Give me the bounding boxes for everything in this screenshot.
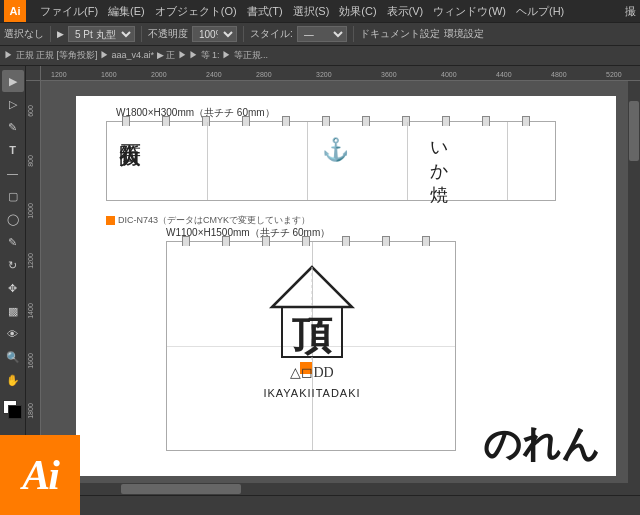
svg-text:△◻DD: △◻DD bbox=[290, 365, 333, 380]
canvas-area[interactable]: 1200 1600 2000 2400 2800 3200 3600 4000 … bbox=[26, 66, 640, 495]
noren2-clip-3 bbox=[262, 236, 270, 246]
select-tool[interactable]: ▶ bbox=[2, 70, 24, 92]
clip-11 bbox=[522, 116, 530, 126]
secondary-toolbar: ▶ 正規 正規 [等角投影] ▶ aaa_v4.ai* ▶ 正 ▶ ▶ 等 1:… bbox=[0, 46, 640, 66]
pen-tool[interactable]: ✎ bbox=[2, 116, 24, 138]
noren2-logo: 頂 △◻DD IKAYAKIITADAKI bbox=[232, 257, 392, 417]
horizontal-scrollbar[interactable] bbox=[41, 483, 628, 495]
gradient-tool[interactable]: ▩ bbox=[2, 300, 24, 322]
menu-bar: Ai ファイル(F) 編集(E) オブジェクト(O) 書式(T) 選択(S) 効… bbox=[0, 0, 640, 22]
ruler-corner bbox=[26, 66, 41, 81]
doc-settings-btn[interactable]: ドキュメント設定 bbox=[360, 27, 440, 41]
svg-text:1600: 1600 bbox=[101, 71, 117, 78]
clip-7 bbox=[362, 116, 370, 126]
clip-1 bbox=[122, 116, 130, 126]
style-label: スタイル: bbox=[250, 27, 293, 41]
line-tool[interactable]: ― bbox=[2, 162, 24, 184]
svg-text:4000: 4000 bbox=[441, 71, 457, 78]
style-select[interactable]: — bbox=[297, 26, 347, 42]
clip-4 bbox=[242, 116, 250, 126]
noren1-text-2: いか焼 bbox=[427, 130, 451, 172]
brush-tool[interactable]: ✎ bbox=[2, 231, 24, 253]
svg-text:1800: 1800 bbox=[27, 403, 34, 419]
eyedropper-tool[interactable]: 👁 bbox=[2, 323, 24, 345]
menu-window[interactable]: ウィンドウ(W) bbox=[433, 4, 506, 19]
svg-text:4400: 4400 bbox=[496, 71, 512, 78]
horizontal-ruler: 1200 1600 2000 2400 2800 3200 3600 4000 … bbox=[41, 66, 640, 81]
menu-view[interactable]: 表示(V) bbox=[387, 4, 424, 19]
shape-label: ▶ bbox=[57, 29, 64, 39]
opacity-select[interactable]: 100% bbox=[192, 26, 237, 42]
panel-div-2 bbox=[307, 122, 308, 200]
svg-text:600: 600 bbox=[27, 105, 34, 117]
svg-text:1000: 1000 bbox=[27, 203, 34, 219]
vertical-scrollbar[interactable] bbox=[628, 81, 640, 495]
hand-tool[interactable]: ✋ bbox=[2, 369, 24, 391]
ai-logo: Ai bbox=[0, 435, 80, 515]
fill-color[interactable] bbox=[3, 400, 23, 420]
clip-10 bbox=[482, 116, 490, 126]
svg-text:3200: 3200 bbox=[316, 71, 332, 78]
noren1-crest: ⚓ bbox=[322, 137, 349, 163]
noren2-clip-4 bbox=[302, 236, 310, 246]
toolbar-sep-2 bbox=[141, 26, 142, 42]
svg-text:1400: 1400 bbox=[27, 303, 34, 319]
noren2-clip-1 bbox=[182, 236, 190, 246]
toolbar-sep-3 bbox=[243, 26, 244, 42]
menu-object[interactable]: オブジェクト(O) bbox=[155, 4, 237, 19]
noren-label: のれん bbox=[483, 419, 600, 470]
svg-text:4800: 4800 bbox=[551, 71, 567, 78]
menu-edit[interactable]: 編集(E) bbox=[108, 4, 145, 19]
menu-effect[interactable]: 効果(C) bbox=[339, 4, 376, 19]
ai-logo-text: Ai bbox=[22, 451, 58, 499]
menu-type[interactable]: 書式(T) bbox=[247, 4, 283, 19]
noren1-container: 大阪石符 ⚓ いか焼 bbox=[106, 121, 556, 201]
svg-rect-12 bbox=[26, 81, 41, 495]
clip-5 bbox=[282, 116, 290, 126]
noren2-clip-6 bbox=[382, 236, 390, 246]
rotate-tool[interactable]: ↻ bbox=[2, 254, 24, 276]
type-tool[interactable]: T bbox=[2, 139, 24, 161]
svg-text:3600: 3600 bbox=[381, 71, 397, 78]
status-bar: 手のひら bbox=[0, 495, 640, 515]
menu-select[interactable]: 選択(S) bbox=[293, 4, 330, 19]
ellipse-tool[interactable]: ◯ bbox=[2, 208, 24, 230]
rect-tool[interactable]: ▢ bbox=[2, 185, 24, 207]
svg-text:5200: 5200 bbox=[606, 71, 622, 78]
artboard: W1800×H300mm（共チチ 60mm） bbox=[46, 86, 630, 485]
svg-text:1200: 1200 bbox=[27, 253, 34, 269]
main-toolbar: 選択なし ▶ 5 Pt 丸型 不透明度 100% スタイル: — ドキュメント設… bbox=[0, 22, 640, 46]
svg-text:IKAYAKIITADAKI: IKAYAKIITADAKI bbox=[263, 387, 360, 399]
main-area: ▶ ▷ ✎ T ― ▢ ◯ ✎ ↻ ✥ ▩ 👁 🔍 ✋ 1200 1600 20… bbox=[0, 66, 640, 495]
svg-text:800: 800 bbox=[27, 155, 34, 167]
scale-tool[interactable]: ✥ bbox=[2, 277, 24, 299]
clip-2 bbox=[162, 116, 170, 126]
warning-icon bbox=[106, 216, 115, 225]
ai-logo-small: Ai bbox=[4, 0, 26, 22]
opacity-label: 不透明度 bbox=[148, 27, 188, 41]
direct-select-tool[interactable]: ▷ bbox=[2, 93, 24, 115]
clip-9 bbox=[442, 116, 450, 126]
shape-select[interactable]: 5 Pt 丸型 bbox=[68, 26, 135, 42]
toolbar-sep-4 bbox=[353, 26, 354, 42]
svg-text:2400: 2400 bbox=[206, 71, 222, 78]
clip-8 bbox=[402, 116, 410, 126]
svg-text:頂: 頂 bbox=[292, 313, 333, 358]
clip-6 bbox=[322, 116, 330, 126]
svg-text:1600: 1600 bbox=[27, 353, 34, 369]
zoom-tool[interactable]: 🔍 bbox=[2, 346, 24, 368]
file-path: ▶ 正規 正規 [等角投影] ▶ aaa_v4.ai* ▶ 正 ▶ ▶ 等 1:… bbox=[4, 49, 268, 62]
noren2-clip-5 bbox=[342, 236, 350, 246]
panel-div-4 bbox=[507, 122, 508, 200]
noren2-clip-7 bbox=[422, 236, 430, 246]
menu-help[interactable]: ヘルプ(H) bbox=[516, 4, 564, 19]
svg-text:2800: 2800 bbox=[256, 71, 272, 78]
vertical-scrollbar-thumb[interactable] bbox=[629, 101, 639, 161]
menu-file[interactable]: ファイル(F) bbox=[40, 4, 98, 19]
horizontal-scrollbar-thumb[interactable] bbox=[121, 484, 241, 494]
svg-text:1200: 1200 bbox=[51, 71, 67, 78]
clip-3 bbox=[202, 116, 210, 126]
env-settings-btn[interactable]: 環境設定 bbox=[444, 27, 484, 41]
noren1-title: W1800×H300mm（共チチ 60mm） bbox=[116, 106, 275, 120]
svg-text:2000: 2000 bbox=[151, 71, 167, 78]
